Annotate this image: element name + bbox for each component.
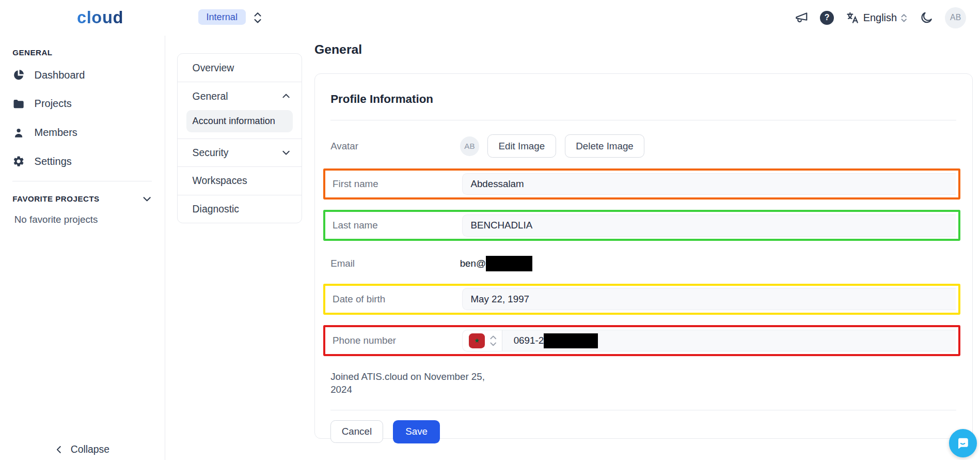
dark-mode-moon-icon[interactable] — [920, 11, 934, 25]
phone-input[interactable]: ★ 0691-2 — [462, 330, 956, 351]
card-footer-buttons: Cancel Save — [330, 420, 956, 444]
last-name-label: Last name — [327, 220, 462, 231]
card-footer-divider — [330, 410, 956, 410]
nav-subsection-general: Account information — [178, 110, 302, 139]
phone-prefix: 0691-2 — [514, 335, 544, 346]
phone-annotation-box: Phone number ★ 0691-2 — [323, 325, 960, 356]
email-row: Email ben@ — [330, 254, 956, 273]
sidebar: GENERAL Dashboard Projects Members Setti… — [0, 36, 165, 460]
favorite-projects-header[interactable]: FAVORITE PROJECTS — [12, 194, 152, 204]
help-icon[interactable]: ? — [820, 11, 834, 25]
chevron-left-icon — [55, 446, 63, 454]
sidebar-divider — [12, 181, 152, 181]
page-title: General — [314, 42, 362, 57]
delete-image-button[interactable]: Delete Image — [565, 134, 645, 158]
country-stepper[interactable] — [489, 335, 497, 347]
nav-item-workspaces[interactable]: Workspaces — [178, 166, 302, 194]
chevron-up-icon — [489, 335, 497, 340]
app-logo[interactable]: cloud — [77, 8, 123, 27]
sidebar-section-general: GENERAL — [12, 48, 164, 57]
sidebar-item-label: Dashboard — [35, 69, 85, 81]
date-of-birth-annotation-box: Date of birth May 22, 1997 — [323, 284, 960, 315]
edit-image-button[interactable]: Edit Image — [487, 134, 556, 158]
joined-date-text: Joined ATIS.cloud on November 25, 2024 — [330, 370, 487, 396]
last-name-input[interactable]: BENCHADLIA — [462, 214, 956, 236]
card-title: Profile Information — [330, 93, 956, 106]
phone-value: 0691-2 — [502, 333, 598, 348]
email-prefix: ben@ — [460, 258, 486, 269]
avatar-label: Avatar — [330, 141, 460, 152]
workspace-selector-icon[interactable] — [253, 11, 262, 25]
nav-item-overview[interactable]: Overview — [178, 54, 302, 82]
sidebar-item-label: Settings — [35, 156, 72, 167]
nav-item-security[interactable]: Security — [178, 139, 302, 166]
avatar-row: Avatar AB Edit Image Delete Image — [330, 134, 956, 158]
chevron-down-icon — [142, 194, 152, 204]
chevron-updown-icon — [900, 12, 907, 24]
email-value: ben@ — [460, 256, 532, 271]
nav-item-label: Workspaces — [193, 175, 247, 187]
app-window: cloud Internal ? English — [0, 0, 980, 460]
chevron-down-icon — [281, 148, 291, 157]
chat-bubble-icon — [955, 436, 970, 451]
language-label: English — [863, 12, 897, 24]
morocco-flag-icon: ★ — [469, 333, 485, 348]
chat-launcher-button[interactable] — [949, 429, 977, 457]
nav-item-label: Diagnostic — [193, 203, 239, 215]
workspace-badge[interactable]: Internal — [198, 9, 246, 25]
email-label: Email — [330, 258, 460, 269]
phone-redaction — [544, 333, 598, 348]
header-actions: ? English AB — [795, 0, 967, 36]
collapse-label: Collapse — [71, 443, 109, 455]
person-icon — [12, 127, 25, 139]
folder-icon — [12, 98, 25, 110]
sidebar-item-settings[interactable]: Settings — [0, 147, 165, 176]
sidebar-item-dashboard[interactable]: Dashboard — [0, 60, 165, 89]
pie-chart-icon — [12, 69, 25, 81]
translate-icon — [846, 11, 860, 25]
nav-item-diagnostic[interactable]: Diagnostic — [178, 195, 302, 223]
top-header: cloud Internal ? English — [0, 0, 980, 36]
user-avatar[interactable]: AB — [945, 7, 966, 28]
country-code-selector[interactable]: ★ — [463, 330, 502, 351]
chevron-down-icon — [489, 342, 497, 347]
favorite-projects-label: FAVORITE PROJECTS — [12, 194, 99, 203]
nav-item-label: Security — [193, 147, 229, 159]
first-name-label: First name — [327, 178, 462, 190]
sidebar-collapse-button[interactable]: Collapse — [0, 443, 165, 455]
favorites-empty-text: No favorite projects — [14, 214, 165, 225]
settings-nav: Overview General Account information Sec… — [177, 53, 302, 223]
first-name-annotation-box: First name Abdessalam — [323, 168, 960, 200]
first-name-input[interactable]: Abdessalam — [462, 173, 956, 195]
nav-item-label: General — [193, 90, 228, 102]
nav-item-account-information[interactable]: Account information — [186, 110, 293, 132]
card-title-divider — [330, 120, 956, 120]
date-of-birth-label: Date of birth — [327, 294, 462, 305]
profile-information-card: Profile Information Avatar AB Edit Image… — [314, 73, 973, 439]
phone-label: Phone number — [327, 335, 462, 346]
sidebar-item-projects[interactable]: Projects — [0, 89, 165, 118]
cancel-button[interactable]: Cancel — [330, 420, 383, 443]
save-button[interactable]: Save — [393, 420, 440, 444]
nav-item-label: Overview — [193, 62, 234, 74]
date-of-birth-input[interactable]: May 22, 1997 — [462, 288, 956, 310]
language-selector[interactable]: English — [846, 11, 908, 25]
nav-item-general[interactable]: General — [178, 82, 302, 110]
sidebar-item-members[interactable]: Members — [0, 118, 165, 147]
gear-icon — [12, 155, 25, 167]
email-redaction — [486, 256, 532, 271]
chevron-up-icon — [281, 91, 291, 101]
sidebar-item-label: Members — [35, 127, 77, 139]
sidebar-item-label: Projects — [35, 98, 72, 110]
megaphone-icon[interactable] — [795, 11, 809, 25]
avatar: AB — [460, 136, 480, 156]
last-name-annotation-box: Last name BENCHADLIA — [323, 210, 960, 241]
